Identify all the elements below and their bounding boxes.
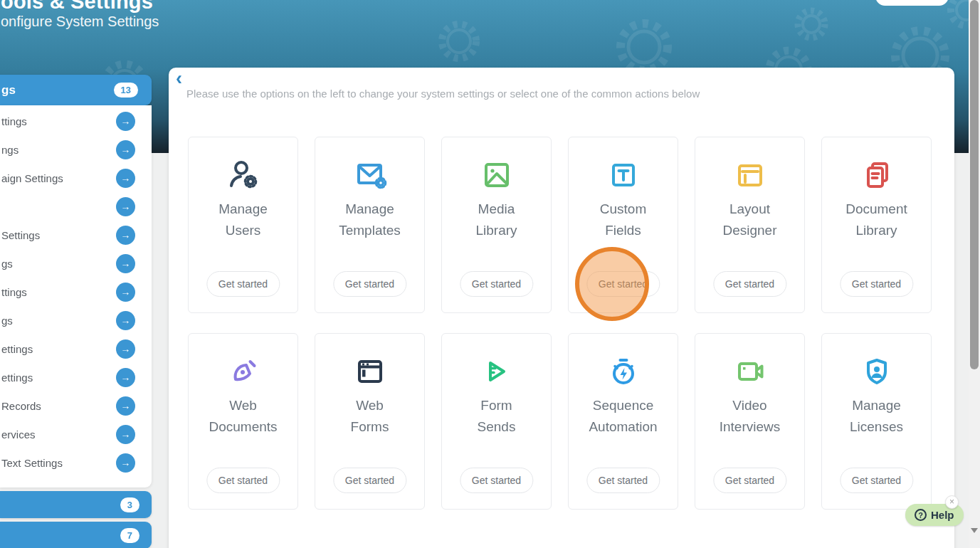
card-title: Web Forms <box>351 395 389 438</box>
page-subtitle: onfigure System Settings <box>1 14 159 30</box>
send-icon <box>442 353 551 390</box>
sidebar-item-label: ervices <box>1 428 36 441</box>
sidebar-item-label: Text Settings <box>1 457 63 469</box>
card-title: Layout Designer <box>722 199 776 241</box>
header-button[interactable] <box>875 0 949 6</box>
text-box-icon <box>569 157 678 194</box>
get-started-button[interactable]: Get started <box>460 271 533 297</box>
card-title: Custom Fields <box>600 199 646 241</box>
back-chevron-icon[interactable]: ‹ <box>176 69 182 88</box>
sidebar-section-badge: 3 <box>120 497 139 512</box>
card-form-sends: Form Sends Get started <box>441 333 552 510</box>
card-title: Manage Templates <box>339 199 401 241</box>
card-manage-templates: Manage Templates Get started <box>315 137 425 313</box>
get-started-button[interactable]: Get started <box>586 468 660 493</box>
get-started-button[interactable]: Get started <box>713 468 786 493</box>
arrow-right-icon[interactable]: → <box>116 311 135 330</box>
sidebar-item-4[interactable]: Settings → <box>0 221 152 249</box>
arrow-right-icon[interactable]: → <box>116 254 135 273</box>
arrow-right-icon[interactable]: → <box>116 425 135 444</box>
arrow-right-icon[interactable]: → <box>116 140 135 159</box>
layout-icon <box>695 157 804 194</box>
arrow-right-icon[interactable]: → <box>116 396 135 416</box>
stopwatch-icon <box>569 353 678 390</box>
get-started-button[interactable]: Get started <box>206 468 280 493</box>
sidebar-item-11[interactable]: ervices → <box>0 420 152 448</box>
sidebar-item-3[interactable]: → <box>0 192 152 221</box>
sidebar-item-0[interactable]: ttings → <box>0 107 152 135</box>
actions-grid: Manage Users Get started Manage Template… <box>188 137 932 510</box>
sidebar-item-label: Settings <box>1 229 40 241</box>
page-title: ools & Settings <box>1 0 153 14</box>
card-web-forms: Web Forms Get started <box>315 333 425 510</box>
sidebar-item-8[interactable]: ettings → <box>0 334 152 363</box>
question-mark-icon: ? <box>915 509 927 521</box>
mail-gear-icon <box>315 157 424 194</box>
help-close-icon[interactable]: × <box>945 495 959 509</box>
card-document-library: Document Library Get started <box>821 137 932 313</box>
card-custom-fields: Custom Fields Get started <box>568 137 678 313</box>
card-title: Media Library <box>475 199 517 241</box>
card-layout-designer: Layout Designer Get started <box>695 137 805 313</box>
arrow-right-icon[interactable]: → <box>116 283 135 302</box>
sidebar-item-9[interactable]: ettings → <box>0 363 152 391</box>
get-started-button[interactable]: Get started <box>840 468 913 493</box>
scrollbar-thumb[interactable] <box>970 0 979 369</box>
card-title: Manage Licenses <box>850 395 903 438</box>
get-started-button[interactable]: Get started <box>840 271 913 297</box>
sidebar-item-label: ettings <box>1 372 33 384</box>
card-manage-users: Manage Users Get started <box>188 137 298 313</box>
scrollbar-track[interactable] <box>969 0 980 548</box>
sidebar-header[interactable]: gs 13 <box>0 75 152 105</box>
arrow-right-icon[interactable]: → <box>116 226 135 245</box>
get-started-button[interactable]: Get started <box>713 271 786 297</box>
arrow-right-icon[interactable]: → <box>116 368 135 387</box>
sidebar-item-1[interactable]: ngs → <box>0 135 152 164</box>
get-started-button[interactable]: Get started <box>333 468 406 493</box>
sidebar-item-12[interactable]: Text Settings → <box>0 448 152 477</box>
sidebar-item-label: ttings <box>1 286 27 298</box>
arrow-right-icon[interactable]: → <box>116 169 135 188</box>
main-panel: ‹ Please use the options on the left to … <box>169 68 954 548</box>
card-title: Web Documents <box>209 395 277 438</box>
sidebar-header-badge: 13 <box>114 83 138 98</box>
pen-nib-icon <box>189 353 297 390</box>
sidebar-item-label: gs <box>1 258 13 270</box>
arrow-right-icon[interactable]: → <box>116 197 135 216</box>
get-started-button[interactable]: Get started <box>586 271 660 297</box>
manage-users-icon <box>189 157 297 194</box>
browser-icon <box>315 353 424 390</box>
instruction-message: Please use the options on the left to ch… <box>186 88 700 100</box>
sidebar-item-6[interactable]: ttings → <box>0 278 152 306</box>
sidebar-item-10[interactable]: Records → <box>0 391 152 420</box>
card-manage-licenses: Manage Licenses Get started <box>821 333 932 510</box>
sidebar-header-label: gs <box>1 83 16 98</box>
sidebar-item-7[interactable]: gs → <box>0 306 152 334</box>
shield-user-icon <box>822 353 931 390</box>
card-title: Video Interviews <box>720 395 781 438</box>
arrow-right-icon[interactable]: → <box>116 339 135 359</box>
sidebar-item-label: ttings <box>1 115 27 127</box>
card-sequence-automation: Sequence Automation Get started <box>568 333 678 510</box>
sidebar-section-collapsed-1[interactable]: 7 <box>0 522 152 548</box>
image-icon <box>442 157 551 194</box>
sidebar-section-collapsed-0[interactable]: 3 <box>0 491 152 518</box>
page: ools & Settings onfigure System Settings… <box>0 0 980 548</box>
card-web-documents: Web Documents Get started <box>188 333 298 510</box>
card-title: Sequence Automation <box>589 395 657 438</box>
sidebar-item-label: aign Settings <box>1 172 63 184</box>
help-button-label: Help <box>931 509 954 521</box>
arrow-right-icon[interactable]: → <box>116 112 135 131</box>
sidebar-section-badge: 7 <box>120 528 139 543</box>
sidebar-item-label: ngs <box>1 144 19 156</box>
get-started-button[interactable]: Get started <box>206 271 280 297</box>
get-started-button[interactable]: Get started <box>460 468 533 493</box>
sidebar-item-2[interactable]: aign Settings → <box>0 164 152 192</box>
scrollbar-down-arrow-icon[interactable] <box>971 528 978 533</box>
card-title: Form Sends <box>478 395 516 438</box>
documents-icon <box>822 157 931 194</box>
sidebar-item-5[interactable]: gs → <box>0 249 152 278</box>
get-started-button[interactable]: Get started <box>333 271 406 297</box>
sidebar-item-label: Records <box>1 400 41 412</box>
arrow-right-icon[interactable]: → <box>116 453 135 473</box>
